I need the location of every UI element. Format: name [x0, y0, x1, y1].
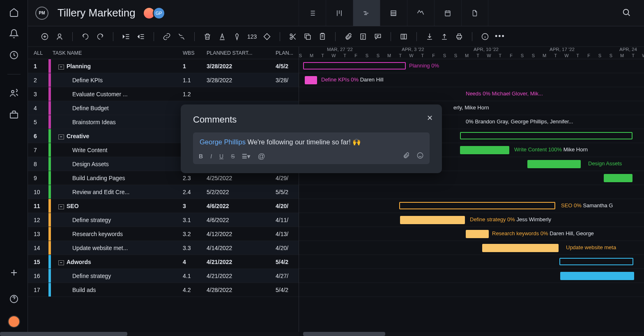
svg-rect-15 — [457, 35, 462, 38]
task-row[interactable]: 14Update website met...3.34/14/20224/20/ — [28, 241, 299, 255]
gantt-bar[interactable] — [400, 216, 465, 224]
import-icon[interactable] — [425, 32, 434, 41]
gantt-body[interactable]: Planning 0%Define KPIs 0% Daren HillNeed… — [299, 59, 644, 297]
svg-rect-5 — [445, 11, 450, 16]
task-row[interactable]: 9Build Landing Pages2.34/25/20224/29/ — [28, 171, 299, 185]
attach-icon[interactable] — [344, 32, 353, 41]
view-calendar-icon[interactable] — [434, 0, 461, 26]
comment-input[interactable]: George Phillips We're following our time… — [193, 132, 430, 164]
people-icon[interactable] — [9, 88, 19, 98]
task-row[interactable]: 13Research keywords3.24/12/20224/13/ — [28, 227, 299, 241]
outdent-icon[interactable] — [122, 32, 131, 41]
toggle-icon[interactable]: − — [58, 204, 64, 209]
col-planned-start[interactable]: PLANNED START... — [207, 50, 276, 56]
number-label[interactable]: 123 — [247, 32, 257, 41]
add-icon[interactable] — [40, 32, 49, 41]
view-sheet-icon[interactable] — [380, 0, 407, 26]
home-icon[interactable] — [9, 7, 19, 17]
emoji-icon[interactable] — [416, 152, 424, 161]
user-avatar[interactable] — [8, 315, 20, 328]
comment-text[interactable]: George Phillips We're following our time… — [199, 137, 424, 149]
task-row[interactable]: 10Review and Edit Cre...2.45/2/20225/5/2 — [28, 185, 299, 199]
copy-icon[interactable] — [303, 32, 312, 41]
comment-icon[interactable] — [373, 32, 382, 41]
briefcase-icon[interactable] — [9, 110, 19, 120]
task-row[interactable]: 11−SEO34/6/20224/20/ — [28, 199, 299, 213]
task-row[interactable]: 2Define KPIs1.13/28/20223/28/ — [28, 73, 299, 87]
attach-icon[interactable] — [402, 152, 410, 161]
mention-icon[interactable]: @ — [258, 152, 265, 161]
view-board-icon[interactable] — [326, 0, 353, 26]
gantt-bar[interactable] — [460, 132, 632, 139]
underline-icon[interactable]: U — [219, 153, 223, 160]
gantt-bar[interactable] — [460, 146, 509, 154]
strike-icon[interactable]: S — [231, 153, 235, 160]
gantt-label: Needs 0% Michael Glover, Mik... — [466, 90, 543, 97]
paste-icon[interactable] — [318, 32, 327, 41]
close-icon[interactable]: ✕ — [427, 114, 433, 123]
bold-icon[interactable]: B — [199, 153, 203, 160]
toggle-icon[interactable]: − — [58, 260, 64, 265]
svg-rect-12 — [320, 34, 324, 39]
gantt-label: Design Assets — [588, 160, 622, 167]
clock-icon[interactable] — [9, 50, 19, 60]
gantt-bar[interactable] — [303, 62, 406, 70]
task-row[interactable]: 16Define strategy4.14/21/20224/27/ — [28, 269, 299, 283]
task-row[interactable]: 1−Planning13/28/20224/5/2 — [28, 59, 299, 73]
gantt-bar[interactable] — [527, 160, 581, 168]
text-color-icon[interactable] — [218, 32, 227, 41]
svg-rect-14 — [401, 34, 407, 39]
task-row[interactable]: 15−Adwords44/21/20225/4/2 — [28, 255, 299, 269]
view-gantt-icon[interactable] — [353, 0, 380, 26]
task-row[interactable]: 3Evaluate Customer ...1.2 — [28, 87, 299, 101]
avatar-group[interactable]: GP — [145, 7, 165, 19]
italic-icon[interactable]: I — [210, 153, 212, 160]
export-icon[interactable] — [440, 32, 449, 41]
gantt-bar[interactable] — [305, 76, 317, 84]
task-row[interactable]: 12Define strategy3.14/6/20224/11/ — [28, 213, 299, 227]
col-wbs[interactable]: WBS — [183, 50, 207, 56]
link-icon[interactable] — [162, 32, 171, 41]
gantt-bar[interactable] — [559, 258, 633, 265]
view-list-icon[interactable] — [299, 0, 326, 26]
redo-icon[interactable] — [96, 32, 105, 41]
diamond-icon[interactable] — [232, 32, 242, 41]
columns-icon[interactable] — [399, 32, 408, 41]
undo-icon[interactable] — [81, 32, 90, 41]
view-dashboard-icon[interactable] — [407, 0, 434, 26]
gantt-scrollbar[interactable] — [303, 332, 644, 336]
info-icon[interactable] — [481, 32, 490, 41]
mention[interactable]: George Phillips — [200, 138, 246, 146]
task-row[interactable]: 17Build ads4.24/28/20225/4/2 — [28, 283, 299, 297]
list-icon[interactable]: ☰▾ — [242, 153, 250, 160]
milestone-icon[interactable] — [262, 32, 271, 41]
app-logo[interactable]: PM — [35, 7, 48, 20]
view-file-icon[interactable] — [461, 0, 488, 26]
cut-icon[interactable] — [288, 32, 297, 41]
unlink-icon[interactable] — [177, 32, 186, 41]
delete-icon[interactable] — [203, 32, 212, 41]
more-icon[interactable]: ••• — [495, 32, 504, 41]
toggle-icon[interactable]: − — [58, 65, 64, 70]
plus-icon[interactable] — [9, 268, 19, 278]
comments-panel: Comments ✕ George Phillips We're followi… — [181, 104, 442, 173]
note-icon[interactable] — [359, 32, 368, 41]
gantt-bar[interactable] — [560, 272, 634, 280]
help-icon[interactable] — [9, 294, 19, 304]
print-icon[interactable] — [455, 32, 464, 41]
avatar-user-2[interactable]: GP — [153, 7, 165, 19]
gantt-bar[interactable] — [482, 244, 559, 252]
col-all[interactable]: ALL — [28, 50, 48, 56]
comment-body: We're following our timeline so far! 🙌 — [247, 138, 361, 146]
gantt-bar[interactable] — [399, 202, 555, 209]
indent-icon[interactable] — [136, 32, 145, 41]
assign-icon[interactable] — [55, 32, 64, 41]
gantt-bar[interactable] — [604, 174, 632, 182]
grid-header: ALL TASK NAME WBS PLANNED START... PLAN.… — [28, 47, 299, 59]
col-planned-end[interactable]: PLAN... — [276, 50, 299, 56]
search-icon[interactable] — [622, 8, 637, 19]
toggle-icon[interactable]: − — [58, 134, 64, 139]
gantt-bar[interactable] — [466, 230, 489, 238]
bell-icon[interactable] — [9, 29, 19, 39]
col-task-name[interactable]: TASK NAME — [48, 50, 183, 56]
